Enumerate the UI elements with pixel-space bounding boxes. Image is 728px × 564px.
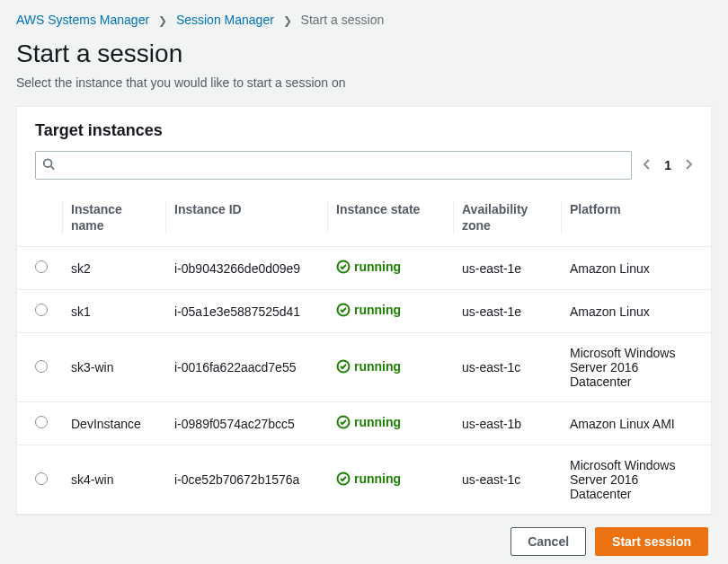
chevron-right-icon: ❯ bbox=[278, 14, 297, 27]
check-circle-icon bbox=[336, 303, 351, 317]
check-circle-icon bbox=[336, 415, 351, 429]
cell-platform: Microsoft Windows Server 2016 Datacenter bbox=[561, 333, 711, 402]
state-label: running bbox=[354, 303, 401, 317]
panel-title: Target instances bbox=[35, 121, 693, 140]
cell-availability-zone: us-east-1c bbox=[453, 445, 561, 515]
breadcrumb-current: Start a session bbox=[301, 13, 385, 27]
breadcrumb: AWS Systems Manager ❯ Session Manager ❯ … bbox=[16, 13, 712, 40]
check-circle-icon bbox=[336, 471, 351, 486]
column-instance-name[interactable]: Instance name bbox=[62, 190, 165, 247]
column-instance-state[interactable]: Instance state bbox=[327, 190, 453, 247]
page-number: 1 bbox=[664, 158, 671, 172]
cell-instance-id: i-05a1e3e5887525d41 bbox=[165, 290, 327, 333]
cell-instance-id: i-0ce52b70672b1576a bbox=[165, 445, 327, 515]
state-label: running bbox=[354, 260, 401, 274]
cell-availability-zone: us-east-1e bbox=[453, 290, 561, 333]
breadcrumb-link-session-manager[interactable]: Session Manager bbox=[176, 13, 274, 27]
table-row[interactable]: sk4-win i-0ce52b70672b1576a running us-e… bbox=[17, 445, 711, 515]
column-platform[interactable]: Platform bbox=[561, 190, 711, 247]
column-select bbox=[17, 190, 62, 247]
instances-table: Instance name Instance ID Instance state… bbox=[17, 190, 711, 514]
search-icon bbox=[42, 158, 55, 173]
cell-instance-name: sk3-win bbox=[62, 333, 165, 402]
svg-point-0 bbox=[44, 159, 52, 167]
cell-instance-state: running bbox=[327, 333, 453, 402]
cell-instance-state: running bbox=[327, 445, 453, 515]
target-instances-panel: Target instances 1 bbox=[16, 106, 712, 515]
page-title: Start a session bbox=[16, 40, 712, 68]
table-row[interactable]: sk3-win i-0016fa622aacd7e55 running us-e… bbox=[17, 333, 711, 402]
cell-instance-name: sk1 bbox=[62, 290, 165, 333]
cell-instance-state: running bbox=[327, 247, 453, 290]
start-session-button[interactable]: Start session bbox=[595, 527, 708, 556]
table-row[interactable]: sk1 i-05a1e3e5887525d41 running us-east-… bbox=[17, 290, 711, 333]
column-availability-zone[interactable]: Availability zone bbox=[453, 190, 561, 247]
chevron-right-icon: ❯ bbox=[153, 14, 173, 27]
cell-platform: Amazon Linux bbox=[561, 247, 711, 290]
prev-page-button[interactable] bbox=[643, 158, 652, 173]
cell-platform: Amazon Linux bbox=[561, 290, 711, 333]
state-label: running bbox=[354, 415, 401, 429]
state-label: running bbox=[354, 359, 401, 374]
select-radio[interactable] bbox=[35, 360, 48, 373]
search-input[interactable] bbox=[35, 151, 632, 180]
state-label: running bbox=[354, 471, 401, 486]
cell-instance-id: i-0016fa622aacd7e55 bbox=[165, 333, 327, 402]
pagination: 1 bbox=[643, 158, 693, 173]
cell-platform: Microsoft Windows Server 2016 Datacenter bbox=[561, 445, 711, 515]
cell-availability-zone: us-east-1b bbox=[453, 402, 561, 445]
page-description: Select the instance that you would like … bbox=[16, 75, 712, 90]
cell-platform: Amazon Linux AMI bbox=[561, 402, 711, 445]
cell-instance-name: DevInstance bbox=[62, 402, 165, 445]
column-instance-id[interactable]: Instance ID bbox=[165, 190, 327, 247]
cell-instance-name: sk4-win bbox=[62, 445, 165, 515]
cell-instance-state: running bbox=[327, 402, 453, 445]
select-radio[interactable] bbox=[35, 416, 48, 428]
svg-line-1 bbox=[51, 166, 55, 170]
cell-availability-zone: us-east-1e bbox=[453, 247, 561, 290]
check-circle-icon bbox=[336, 260, 351, 274]
select-radio[interactable] bbox=[35, 472, 48, 485]
cell-instance-name: sk2 bbox=[62, 247, 165, 290]
cancel-button[interactable]: Cancel bbox=[510, 527, 586, 556]
cell-availability-zone: us-east-1c bbox=[453, 333, 561, 402]
cell-instance-id: i-0b9043266de0d09e9 bbox=[165, 247, 327, 290]
table-row[interactable]: DevInstance i-0989f0574ac27bcc5 running … bbox=[17, 402, 711, 445]
cell-instance-id: i-0989f0574ac27bcc5 bbox=[165, 402, 327, 445]
select-radio[interactable] bbox=[35, 304, 48, 316]
next-page-button[interactable] bbox=[684, 158, 693, 173]
breadcrumb-link-systems-manager[interactable]: AWS Systems Manager bbox=[16, 13, 149, 27]
table-row[interactable]: sk2 i-0b9043266de0d09e9 running us-east-… bbox=[17, 247, 711, 290]
select-radio[interactable] bbox=[35, 260, 48, 273]
cell-instance-state: running bbox=[327, 290, 453, 333]
check-circle-icon bbox=[336, 359, 351, 374]
